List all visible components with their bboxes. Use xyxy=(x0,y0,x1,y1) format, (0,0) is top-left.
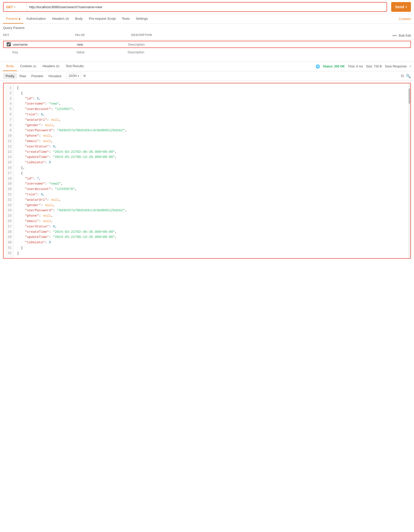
code-line: "userAccount": "1234567", xyxy=(17,107,407,112)
status-ok: Status: 200 OK xyxy=(323,65,345,68)
method-selector[interactable]: GET ▾ xyxy=(4,3,27,11)
line-number: 22 xyxy=(6,197,12,203)
wrap-icon[interactable]: ≡ xyxy=(83,74,86,78)
param-desc-input[interactable] xyxy=(128,43,407,46)
response-code-area: 1234567891011121314151617181920212223242… xyxy=(3,83,411,259)
format-tab-visualize[interactable]: Visualize xyxy=(46,73,64,79)
send-button[interactable]: Send ▾ xyxy=(391,2,411,12)
code-line: "updateTime": "2024-03-21T08:13:20.000+0… xyxy=(17,155,407,160)
line-number: 20 xyxy=(6,187,12,192)
empty-param-value-input[interactable] xyxy=(76,50,128,54)
line-number: 11 xyxy=(6,139,12,144)
query-params-label: Query Params xyxy=(0,24,414,32)
code-line: "createTime": "2024-03-21T02:46:36.000+0… xyxy=(17,229,407,235)
code-line: "avatarUrl": null, xyxy=(17,117,407,123)
tab-authorization[interactable]: Authorization xyxy=(23,14,49,24)
request-tabs: Params Authorization Headers (8) Body Pr… xyxy=(0,14,414,24)
code-line: "id": 6, xyxy=(17,96,407,102)
line-number: 16 xyxy=(6,165,12,171)
search-icon[interactable]: 🔍 xyxy=(406,74,411,78)
response-tab-test-results[interactable]: Test Results xyxy=(63,62,87,71)
response-tab-headers[interactable]: Headers (5) xyxy=(39,62,63,71)
json-format-select[interactable]: JSON ▾ xyxy=(66,73,81,79)
code-line: "role": 0, xyxy=(17,112,407,117)
line-number: 23 xyxy=(6,203,12,208)
send-chevron-icon: ▾ xyxy=(406,6,407,8)
empty-param-desc-input[interactable] xyxy=(128,50,408,54)
code-line: "createTime": "2024-03-21T02:46:36.000+0… xyxy=(17,149,407,155)
code-line: "email": null, xyxy=(17,139,407,144)
json-chevron-icon: ▾ xyxy=(78,75,79,77)
line-number: 10 xyxy=(6,133,12,139)
tab-pre-request[interactable]: Pre-request Script xyxy=(86,14,119,24)
col-value-header: VALUE xyxy=(75,33,131,38)
code-line: "updateTime": "2024-03-21T08:13:35.000+0… xyxy=(17,235,407,240)
param-checkbox[interactable] xyxy=(7,42,11,46)
code-line: "gender": null, xyxy=(17,123,407,128)
response-time: Time: 6 ms xyxy=(348,65,363,68)
param-row-empty xyxy=(3,49,411,55)
tab-tests[interactable]: Tests xyxy=(119,14,133,24)
cookies-link[interactable]: Cookies xyxy=(399,17,411,21)
code-content: [ { "id": 6, "username": "new", "userAcc… xyxy=(14,83,410,258)
code-line: "role": 0, xyxy=(17,192,407,197)
code-line: "email": null, xyxy=(17,219,407,224)
response-tab-body[interactable]: Body xyxy=(3,62,17,71)
line-number: 9 xyxy=(6,128,12,133)
code-line: "gender": null, xyxy=(17,203,407,208)
format-tab-raw[interactable]: Raw xyxy=(17,73,29,79)
line-numbers: 1234567891011121314151617181920212223242… xyxy=(4,83,14,258)
line-number: 8 xyxy=(6,123,12,128)
save-response-button[interactable]: Save Response xyxy=(385,65,407,68)
bulk-edit-button[interactable]: Bulk Edit xyxy=(399,34,411,37)
line-number: 5 xyxy=(6,107,12,112)
scrollbar[interactable] xyxy=(408,83,410,258)
line-number: 27 xyxy=(6,224,12,229)
section-divider xyxy=(0,56,414,61)
line-number: 1 xyxy=(6,85,12,91)
line-number: 7 xyxy=(6,117,12,123)
tab-headers[interactable]: Headers (8) xyxy=(49,14,72,24)
params-dot xyxy=(19,18,20,20)
line-number: 25 xyxy=(6,213,12,219)
line-number: 31 xyxy=(6,245,12,251)
format-tab-pretty[interactable]: Pretty xyxy=(3,73,17,79)
line-number: 30 xyxy=(6,240,12,245)
code-line: "avatarUrl": null, xyxy=(17,197,407,203)
copy-icon[interactable]: ⧉ xyxy=(401,74,404,78)
method-label: GET xyxy=(6,5,13,9)
tab-params[interactable]: Params xyxy=(3,14,23,24)
line-number: 21 xyxy=(6,192,12,197)
url-input[interactable] xyxy=(27,3,387,11)
response-tabs: Body Cookies (1) Headers (5) Test Result… xyxy=(0,61,414,71)
response-tab-cookies[interactable]: Cookies (1) xyxy=(17,62,39,71)
format-tab-preview[interactable]: Preview xyxy=(29,73,46,79)
format-tabs-row: Pretty Raw Preview Visualize JSON ▾ ≡ ⧉ … xyxy=(0,71,414,81)
code-line: ] xyxy=(17,251,407,256)
scrollbar-thumb xyxy=(409,88,410,104)
line-number: 12 xyxy=(6,144,12,149)
empty-param-key-input[interactable] xyxy=(12,50,76,54)
code-line: "phone": null, xyxy=(17,213,407,219)
code-line: "phone": null, xyxy=(17,133,407,139)
globe-icon[interactable]: 🌐 xyxy=(316,64,320,68)
tab-settings[interactable]: Settings xyxy=(133,14,151,24)
more-icon[interactable]: ••• xyxy=(392,33,397,38)
response-cookies-badge: (1) xyxy=(33,65,36,68)
code-line: "userAccount": "12345678", xyxy=(17,187,407,192)
save-response-chevron-icon[interactable]: ▾ xyxy=(410,65,411,68)
line-number: 14 xyxy=(6,155,12,160)
method-chevron-icon: ▾ xyxy=(14,6,15,8)
tab-body[interactable]: Body xyxy=(72,14,86,24)
code-line: } xyxy=(17,245,407,251)
param-key-input[interactable] xyxy=(13,43,77,46)
code-line: "userStatus": 0, xyxy=(17,144,407,149)
line-number: 26 xyxy=(6,219,12,224)
param-value-input[interactable] xyxy=(77,43,128,46)
code-line: "userPassword": "9d3b337a70b6103cc4c8e06… xyxy=(17,128,407,133)
params-header: KEY VALUE DESCRIPTION ••• Bulk Edit xyxy=(0,32,414,40)
line-number: 15 xyxy=(6,160,12,165)
col-actions-header: ••• Bulk Edit xyxy=(385,33,411,38)
request-bar: GET ▾ xyxy=(3,2,387,12)
response-status-bar: 🌐 Status: 200 OK Time: 6 ms Size: 735 B … xyxy=(316,64,411,68)
